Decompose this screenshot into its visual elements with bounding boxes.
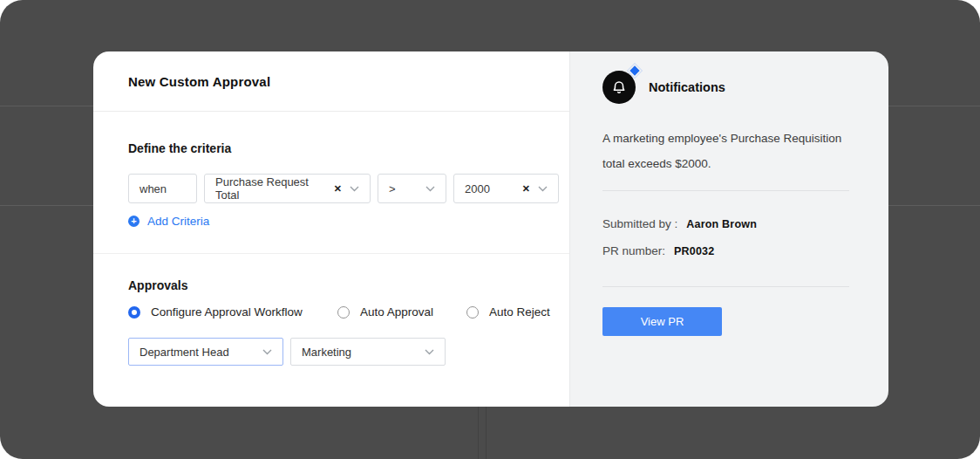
department-dropdown[interactable]: Marketing [290, 338, 446, 366]
criteria-field-dropdown[interactable]: Purchase Request Total ✕ [204, 174, 371, 203]
view-pr-button[interactable]: View PR [602, 307, 722, 336]
add-criteria-button[interactable]: + Add Criteria [128, 215, 209, 228]
radio-label: Auto Reject [489, 305, 550, 319]
chevron-down-icon [425, 349, 434, 355]
criteria-operator-dropdown[interactable]: > [378, 174, 446, 203]
chevron-down-icon [538, 186, 548, 192]
plus-circle-icon: + [128, 216, 140, 227]
criteria-row: when Purchase Request Total ✕ > 2000 ✕ [128, 174, 559, 203]
radio-label: Auto Approval [360, 305, 433, 319]
notification-bell-badge [602, 71, 636, 104]
criteria-value: 2000 [465, 182, 490, 195]
new-custom-approval-modal: New Custom Approval Define the criteria … [93, 51, 888, 407]
clear-field-icon[interactable]: ✕ [334, 184, 342, 194]
chevron-down-icon [262, 349, 272, 355]
criteria-field-value: Purchase Request Total [215, 175, 334, 202]
when-field-label: when [140, 182, 167, 195]
pr-number-label: PR number: [602, 244, 665, 257]
add-criteria-label: Add Criteria [147, 215, 209, 228]
radio-auto-approval[interactable]: Auto Approval [337, 305, 433, 319]
radio-label: Configure Approval Workflow [151, 305, 303, 319]
radio-auto-reject[interactable]: Auto Reject [466, 305, 550, 319]
radio-unselected-icon [337, 306, 350, 319]
bell-icon [602, 71, 636, 104]
page-background: New Custom Approval Define the criteria … [0, 0, 980, 459]
criteria-section-heading: Define the criteria [128, 141, 231, 155]
radio-configure-approval-workflow[interactable]: Configure Approval Workflow [128, 305, 303, 319]
submitted-by-label: Submitted by : [602, 217, 677, 230]
clear-value-icon[interactable]: ✕ [522, 184, 530, 194]
approver-dropdown-row: Department Head Marketing [128, 338, 446, 366]
panel-divider [602, 286, 849, 287]
when-field[interactable]: when [128, 174, 197, 203]
approval-form-panel: New Custom Approval Define the criteria … [93, 51, 569, 407]
pr-number-value: PR0032 [674, 245, 714, 257]
notification-message: A marketing employee's Purchase Requisit… [602, 126, 857, 176]
approvals-section-heading: Approvals [128, 278, 187, 292]
approval-type-radio-group: Configure Approval Workflow Auto Approva… [128, 305, 547, 319]
modal-header: New Custom Approval [93, 51, 569, 112]
radio-unselected-icon [466, 306, 479, 319]
section-divider [93, 253, 569, 254]
modal-title: New Custom Approval [128, 74, 270, 89]
chevron-down-icon [425, 186, 435, 192]
chevron-down-icon [350, 186, 359, 192]
notifications-title: Notifications [649, 80, 725, 94]
notifications-panel: Notifications A marketing employee's Pur… [569, 51, 888, 407]
approver-dropdown[interactable]: Department Head [128, 338, 283, 366]
submitted-by-row: Submitted by : Aaron Brown [602, 217, 757, 230]
approver-dropdown-value: Department Head [140, 346, 229, 359]
department-dropdown-value: Marketing [302, 346, 351, 359]
criteria-operator-value: > [389, 182, 396, 195]
submitted-by-value: Aaron Brown [686, 218, 757, 230]
criteria-value-dropdown[interactable]: 2000 ✕ [453, 174, 559, 203]
notifications-header: Notifications [602, 71, 725, 104]
pr-number-row: PR number: PR0032 [602, 244, 714, 257]
radio-selected-icon [128, 306, 140, 319]
panel-divider [602, 190, 849, 191]
